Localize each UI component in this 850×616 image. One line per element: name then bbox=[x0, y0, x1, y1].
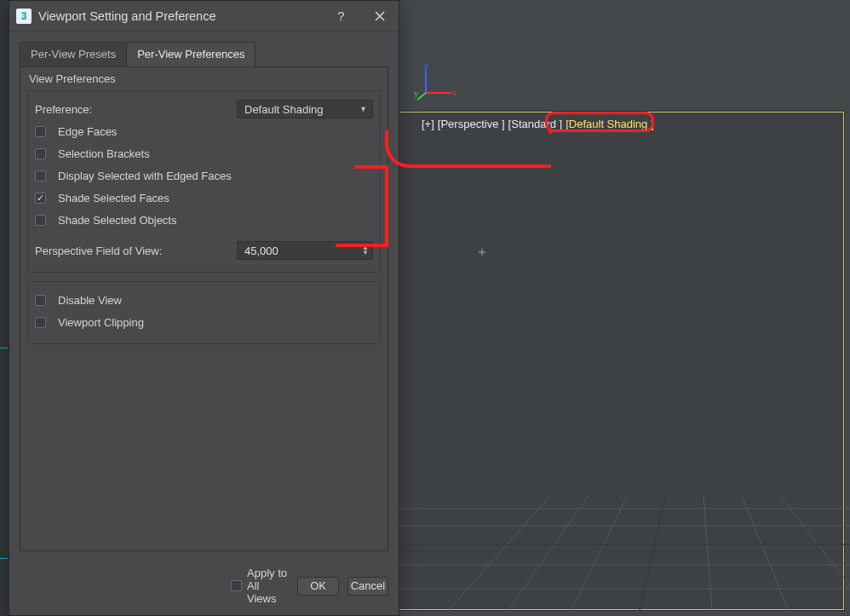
shade-selected-faces-label: Shade Selected Faces bbox=[58, 192, 169, 204]
help-button[interactable]: ? bbox=[322, 1, 360, 32]
edge-faces-label: Edge Faces bbox=[58, 125, 117, 138]
selection-brackets-label: Selection Brackets bbox=[58, 147, 150, 160]
annotation-line-vert bbox=[385, 165, 388, 247]
fov-value: 45,000 bbox=[244, 245, 279, 257]
close-button[interactable] bbox=[360, 1, 399, 32]
annotation-curve bbox=[385, 130, 551, 168]
preference-group: Preference: Default Shading ▼ Edge Faces… bbox=[27, 90, 381, 273]
edge-faces-checkbox[interactable] bbox=[35, 126, 46, 137]
annotation-line-end bbox=[336, 244, 388, 247]
close-icon bbox=[375, 11, 385, 21]
preference-dropdown[interactable]: Default Shading ▼ bbox=[237, 100, 373, 118]
disable-view-label: Disable View bbox=[58, 294, 122, 307]
fov-label: Perspective Field of View: bbox=[35, 245, 162, 257]
shade-selected-objects-checkbox[interactable] bbox=[35, 215, 46, 226]
view-options-group: Disable View Viewport Clipping bbox=[27, 281, 381, 344]
viewport-clipping-label: Viewport Clipping bbox=[58, 316, 144, 329]
shade-selected-faces-checkbox[interactable] bbox=[35, 193, 46, 204]
left-ruler bbox=[0, 0, 9, 616]
viewport-frame[interactable] bbox=[397, 111, 845, 611]
tab-per-view-presets[interactable]: Per-View Presets bbox=[20, 42, 127, 66]
apply-all-views-label: Apply to All Views bbox=[247, 567, 289, 605]
viewport-settings-dialog: 3 Viewport Setting and Preference ? Per-… bbox=[9, 0, 399, 616]
panel-title: View Preferences bbox=[29, 72, 381, 85]
ok-button[interactable]: OK bbox=[297, 577, 338, 596]
display-selected-edged-label: Display Selected with Edged Faces bbox=[58, 170, 232, 182]
app-icon: 3 bbox=[16, 9, 32, 24]
viewport-clipping-checkbox[interactable] bbox=[35, 317, 46, 328]
preference-label: Preference: bbox=[35, 103, 92, 116]
tab-strip: Per-View Presets Per-View Preferences bbox=[9, 32, 399, 66]
viewport-center-dot bbox=[481, 251, 483, 253]
titlebar[interactable]: 3 Viewport Setting and Preference ? bbox=[9, 1, 399, 32]
chevron-down-icon: ▼ bbox=[359, 105, 367, 113]
annotation-line-top bbox=[354, 165, 388, 169]
cancel-button[interactable]: Cancel bbox=[347, 577, 388, 596]
window-title: Viewport Setting and Preference bbox=[38, 9, 322, 23]
disable-view-checkbox[interactable] bbox=[35, 295, 46, 306]
shade-selected-objects-label: Shade Selected Objects bbox=[58, 214, 176, 227]
selection-brackets-checkbox[interactable] bbox=[35, 148, 46, 159]
preferences-panel: View Preferences Preference: Default Sha… bbox=[20, 66, 388, 551]
display-selected-edged-checkbox[interactable] bbox=[35, 170, 46, 181]
dialog-footer: Apply to All Views OK Cancel bbox=[9, 560, 399, 615]
apply-all-views-checkbox[interactable] bbox=[231, 580, 242, 591]
tab-per-view-preferences[interactable]: Per-View Preferences bbox=[126, 42, 256, 66]
help-icon: ? bbox=[337, 9, 344, 23]
preference-value: Default Shading bbox=[244, 103, 324, 116]
